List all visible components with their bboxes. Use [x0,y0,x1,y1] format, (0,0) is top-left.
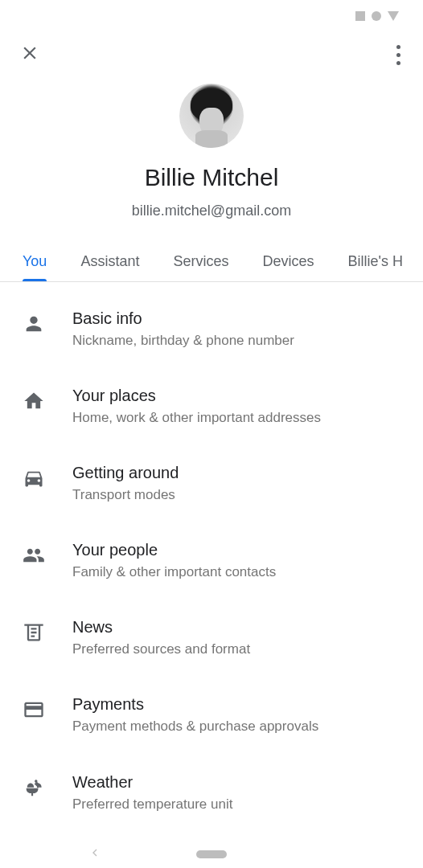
status-indicator-circle [372,11,381,21]
settings-item-texts: Your places Home, work & other important… [72,385,321,427]
back-icon[interactable] [88,846,101,862]
top-bar [0,32,423,77]
settings-item-news[interactable]: News Preferred sources and format [0,599,423,676]
settings-item-payments[interactable]: Payments Payment methods & purchase appr… [0,676,423,753]
more-vert-icon[interactable] [393,42,404,68]
news-icon [23,621,45,644]
profile-name: Billie Mitchel [145,164,279,191]
settings-item-subtitle: Payment methods & purchase approvals [72,718,318,735]
settings-list: Basic info Nickname, birthday & phone nu… [0,282,423,831]
settings-item-texts: Weather Preferred temperature unit [72,772,232,813]
settings-item-getting-around[interactable]: Getting around Transport modes [0,444,423,522]
tab-devices[interactable]: Devices [262,242,314,281]
avatar[interactable] [179,84,244,148]
settings-item-texts: Payments Payment methods & purchase appr… [72,694,318,735]
status-indicator-square [355,11,365,21]
settings-item-title: Payments [72,694,318,714]
home-pill[interactable] [196,850,227,858]
settings-item-title: Weather [72,772,232,792]
settings-item-subtitle: Home, work & other important addresses [72,409,321,427]
tabs: You Assistant Services Devices Billie's … [0,242,423,282]
umbrella-icon [23,776,45,799]
tab-billies-h[interactable]: Billie's H [347,242,402,281]
settings-item-subtitle: Preferred temperature unit [72,796,232,813]
close-icon[interactable] [19,43,40,67]
settings-item-texts: Getting around Transport modes [72,462,179,504]
profile-section: Billie Mitchel billie.mitchel@gmail.com [0,77,423,242]
profile-email: billie.mitchel@gmail.com [132,203,291,219]
home-icon [23,390,45,412]
tab-services[interactable]: Services [173,242,228,281]
settings-item-subtitle: Nickname, birthday & phone number [72,332,294,350]
person-icon [23,313,45,335]
status-bar [0,0,423,32]
settings-item-texts: Basic info Nickname, birthday & phone nu… [72,308,294,350]
settings-item-your-places[interactable]: Your places Home, work & other important… [0,367,423,444]
settings-item-subtitle: Preferred sources and format [72,641,250,658]
settings-item-title: Basic info [72,308,294,329]
settings-item-weather[interactable]: Weather Preferred temperature unit [0,754,423,831]
card-icon [23,698,45,721]
nav-bar [0,850,423,858]
status-indicator-triangle [388,11,399,21]
tab-you[interactable]: You [23,242,47,281]
settings-item-subtitle: Transport modes [72,486,179,504]
tab-assistant[interactable]: Assistant [80,242,139,281]
settings-item-title: News [72,616,250,637]
settings-item-texts: Your people Family & other important con… [72,539,276,581]
settings-item-title: Your people [72,539,276,560]
car-icon [23,467,45,489]
settings-item-basic-info[interactable]: Basic info Nickname, birthday & phone nu… [0,290,423,367]
settings-item-texts: News Preferred sources and format [72,616,250,658]
settings-item-title: Your places [72,385,321,406]
settings-item-your-people[interactable]: Your people Family & other important con… [0,522,423,599]
settings-item-subtitle: Family & other important contacts [72,563,276,581]
settings-item-title: Getting around [72,462,179,483]
people-icon [23,544,45,567]
